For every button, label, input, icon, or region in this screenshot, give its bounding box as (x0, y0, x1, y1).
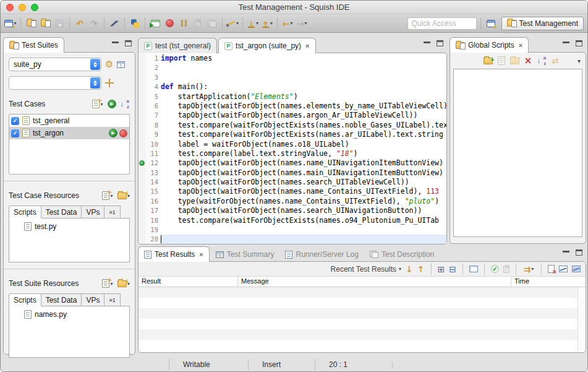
aut-select[interactable] (9, 76, 101, 90)
test-case-row[interactable]: ✓tst_argon▶ (9, 127, 129, 139)
close-tab-icon[interactable]: × (305, 42, 309, 50)
windows-button[interactable] (206, 17, 218, 30)
tab-test-data[interactable]: Test Data (41, 293, 82, 306)
maximize-view-icon[interactable] (576, 249, 582, 256)
import-button[interactable]: ↓▾ (247, 17, 259, 30)
suite-settings-icon[interactable]: ⚙ (105, 60, 113, 69)
sort-test-cases-icon[interactable]: ↓az (120, 100, 130, 108)
maximize-view-icon[interactable] (437, 40, 443, 46)
editor-gutter[interactable] (138, 149, 146, 158)
run-test-case-icon[interactable]: ▶ (109, 129, 117, 137)
global-scripts-list[interactable] (453, 69, 582, 237)
tab-overflow[interactable]: »1 (104, 293, 120, 306)
toggle-edit-button[interactable] (108, 17, 121, 30)
editor-tab-tst-argon[interactable]: P tst_argon (suite_py) × (218, 38, 316, 53)
maximize-view-icon[interactable] (576, 40, 582, 46)
test-case-list[interactable]: ✓tst_general✓tst_argon▶ (9, 114, 130, 175)
test-case-scripts-list[interactable]: test.py (9, 218, 130, 262)
tab-overflow[interactable]: »1 (104, 205, 120, 218)
close-tab-icon[interactable]: × (519, 41, 522, 49)
save-button[interactable] (53, 17, 66, 30)
run-test-suite-button[interactable]: ▶ (108, 100, 116, 108)
view-menu-icon[interactable]: ▾ (577, 58, 581, 64)
file-item[interactable]: names.py (9, 306, 129, 319)
editor-gutter[interactable] (138, 73, 146, 82)
object-map-icon[interactable] (117, 61, 125, 68)
new-file-button[interactable]: +▾ (101, 277, 114, 290)
verification-icon[interactable]: ✓ (491, 265, 499, 273)
launch-snippet-button[interactable] (192, 17, 204, 30)
editor-gutter[interactable] (138, 168, 146, 178)
vertical-scrollbar[interactable] (577, 287, 586, 350)
test-suite-scripts-list[interactable]: names.py (9, 306, 130, 358)
add-global-script-directory-icon[interactable]: + (484, 58, 493, 64)
column-message[interactable]: Message (238, 277, 511, 287)
transfer-icon[interactable]: ⇄ (552, 56, 559, 65)
tab-test-description[interactable]: Test Description (365, 250, 439, 262)
editor-gutter[interactable] (138, 63, 146, 72)
perspective-test-management-button[interactable]: Test Management (501, 17, 584, 30)
close-tab-icon[interactable]: × (199, 251, 203, 258)
code-editor[interactable]: 1import names234def main():5 startApplic… (138, 53, 447, 244)
editor-gutter[interactable] (138, 235, 146, 244)
aut-select-stepper[interactable] (90, 77, 100, 89)
new-file-button[interactable]: +▾ (101, 189, 114, 202)
editor-gutter[interactable] (138, 140, 146, 149)
new-file-icon[interactable]: + (498, 56, 505, 65)
undo-button[interactable]: ↶ (74, 17, 86, 30)
pause-button[interactable] (177, 17, 190, 30)
editor-gutter[interactable] (138, 206, 146, 215)
new-folder-button[interactable]: +▾ (117, 189, 130, 202)
launch-aut-button[interactable] (149, 17, 161, 30)
column-result[interactable]: Result (138, 277, 238, 287)
status-drag-handle[interactable]: ⋮ (388, 360, 396, 370)
maximize-view-icon[interactable] (125, 40, 132, 46)
editor-gutter[interactable] (138, 102, 146, 111)
minimize-view-icon[interactable] (424, 41, 430, 43)
editor-gutter[interactable] (138, 187, 146, 196)
editor-gutter[interactable] (138, 82, 146, 92)
back-button[interactable]: ←▾ (281, 17, 294, 30)
editor-gutter[interactable] (138, 92, 146, 102)
editor-gutter[interactable] (138, 197, 146, 206)
new-folder-button[interactable]: +▾ (117, 277, 130, 290)
checkbox-icon[interactable]: ✓ (11, 129, 19, 137)
clipboard-icon[interactable] (503, 266, 509, 273)
clear-results-icon[interactable] (548, 265, 555, 273)
collapse-all-icon[interactable]: ⊟ (449, 265, 456, 274)
tab-test-suites[interactable]: Test Suites (3, 37, 64, 53)
tab-scripts[interactable]: Scripts (9, 293, 41, 306)
breakpoint-icon[interactable] (139, 160, 145, 166)
screenshot-icon[interactable] (469, 266, 478, 272)
tab-test-results[interactable]: Test Results × (138, 246, 210, 262)
record-button[interactable] (163, 17, 176, 30)
new-folder-icon[interactable]: + (510, 58, 519, 64)
tab-scripts[interactable]: Scripts (9, 205, 41, 218)
checkbox-icon[interactable]: ✓ (11, 117, 19, 125)
next-failure-icon[interactable]: ↓ (406, 265, 413, 274)
editor-gutter[interactable] (138, 216, 146, 225)
tab-global-scripts[interactable]: Global Scripts × (450, 37, 529, 53)
export-results-icon[interactable] (559, 266, 568, 272)
title-bar[interactable]: Test Management - Squish IDE (1, 1, 587, 14)
select-aut-icon[interactable] (105, 79, 114, 87)
tab-vps[interactable]: VPs (82, 205, 104, 218)
delete-icon[interactable]: × (524, 56, 532, 66)
new-wizard-button[interactable]: ▾ (4, 17, 17, 30)
python-console-button[interactable] (129, 17, 141, 30)
export-report-icon[interactable] (572, 266, 581, 272)
open-perspective-button[interactable] (485, 17, 497, 30)
minimize-view-icon[interactable] (112, 41, 119, 43)
minimize-view-icon[interactable] (563, 41, 569, 43)
editor-gutter[interactable] (138, 121, 146, 130)
tab-vps[interactable]: VPs (82, 293, 104, 306)
previous-failure-icon[interactable]: ↑ (417, 265, 425, 274)
open-test-suite-button[interactable] (39, 17, 51, 30)
test-case-row[interactable]: ✓tst_general (9, 115, 129, 127)
tab-test-summary[interactable]: Test Summary (211, 250, 279, 262)
editor-gutter[interactable] (138, 54, 146, 63)
new-test-case-button[interactable]: +▾ (92, 97, 104, 111)
editor-gutter[interactable] (138, 178, 146, 187)
spy-button[interactable]: ▾ (226, 17, 239, 30)
column-time[interactable]: Time (511, 277, 586, 287)
